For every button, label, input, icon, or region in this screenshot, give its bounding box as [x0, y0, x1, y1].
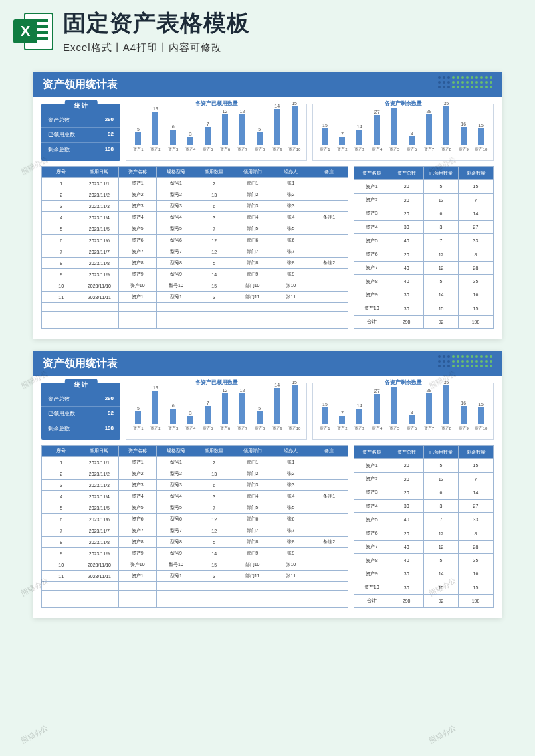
bar: [443, 385, 449, 424]
col-header: 资产名称: [118, 446, 156, 457]
cell: 部门11: [233, 571, 272, 582]
cell: 资产10: [118, 280, 156, 292]
sheet-banner: 资产领用统计表: [33, 72, 502, 97]
stat-value: 92: [108, 410, 114, 417]
bar: [409, 415, 415, 424]
bar-label: 资产1: [133, 147, 143, 153]
cell: 型号1: [156, 571, 195, 582]
chart-remaining: 各资产剩余数量 15资产17资产214资产327资产433资产58资产628资产…: [312, 383, 494, 440]
stat-label: 资产总数: [48, 116, 70, 124]
cell: 27: [459, 500, 494, 513]
cell: [80, 599, 118, 608]
cell: 9: [42, 269, 80, 280]
cell: 张11: [272, 292, 310, 303]
cell: 7: [459, 472, 494, 486]
col-header: 剩余数量: [459, 446, 494, 459]
bar-value: 6: [172, 403, 175, 408]
cell: 资产10: [354, 581, 389, 594]
cell: 资产4: [354, 221, 389, 234]
cell: 2023/11/5: [80, 502, 118, 514]
cell: 6: [42, 235, 80, 246]
cell: 198: [459, 315, 494, 328]
col-header: 备注: [310, 446, 348, 457]
cell: 资产8: [118, 537, 156, 548]
cell: [233, 599, 272, 608]
cell: 型号2: [156, 468, 195, 480]
cell: 2023/11/10: [80, 280, 118, 292]
cell: 部门4: [233, 491, 272, 502]
cell: 198: [459, 594, 494, 607]
bar: [239, 114, 245, 145]
col-header: 资产名称: [354, 446, 389, 459]
cell: [156, 582, 195, 591]
cell: 40: [389, 261, 424, 274]
chart-used: 各资产已领用数量 5资产113资产26资产33资产47资产512资产612资产7…: [126, 383, 307, 440]
cell: 部门11: [233, 292, 272, 303]
cell: 张7: [272, 525, 310, 537]
bar-value: 27: [374, 389, 380, 393]
bar-value: 28: [426, 388, 431, 393]
col-header: 规格型号: [156, 167, 195, 178]
cell: 11: [42, 292, 80, 303]
cell: 33: [459, 234, 494, 248]
cell: 部门5: [233, 223, 272, 235]
cell: 30: [389, 302, 424, 315]
cell: 6: [424, 207, 459, 220]
bar: [322, 407, 328, 424]
bar: [135, 411, 141, 424]
cell: 2023/11/2: [80, 189, 118, 201]
cell: [310, 312, 348, 320]
cell: [156, 591, 195, 599]
cell: 资产4: [354, 500, 389, 513]
cell: 3: [424, 500, 459, 513]
bar: [257, 411, 263, 424]
bar: [152, 391, 158, 424]
cell: 部门7: [233, 525, 272, 537]
col-header: 资产总数: [389, 446, 424, 459]
cell: [42, 303, 80, 312]
bar-label: 资产1: [320, 147, 330, 153]
col-header: 领用部门: [233, 167, 272, 178]
cell: 6: [42, 514, 80, 525]
cell: 2023/11/5: [80, 223, 118, 235]
cell: [80, 303, 118, 312]
cell: 型号7: [156, 525, 195, 537]
cell: 资产9: [118, 548, 156, 559]
cell: [310, 320, 348, 329]
cell: 备注1: [310, 491, 348, 502]
bar-value: 15: [322, 123, 328, 128]
cell: 张8: [272, 537, 310, 548]
cell: 部门6: [233, 235, 272, 246]
cell: 3: [42, 480, 80, 491]
cell: 12: [424, 261, 459, 274]
bar-label: 资产10: [475, 147, 488, 153]
col-header: 序号: [42, 446, 80, 457]
bar: [170, 409, 176, 424]
cell: [310, 571, 348, 582]
bar-value: 8: [411, 131, 413, 136]
cell: 15: [424, 581, 459, 594]
cell: 13: [424, 193, 459, 207]
cell: 型号3: [156, 201, 195, 212]
cell: 30: [389, 221, 424, 234]
cell: [272, 312, 310, 320]
bar-value: 12: [239, 388, 245, 393]
cell: 张3: [272, 480, 310, 491]
cell: 4: [42, 212, 80, 223]
bar-label: 资产9: [459, 147, 469, 153]
col-header: 备注: [310, 167, 348, 178]
bar-label: 资产9: [272, 147, 282, 153]
cell: 资产7: [354, 261, 389, 274]
cell: 1: [42, 457, 80, 468]
bar-label: 资产3: [354, 147, 364, 153]
cell: [310, 303, 348, 312]
cell: [195, 303, 233, 312]
cell: [156, 312, 195, 320]
cell: 2023/11/4: [80, 491, 118, 502]
chart-title: 各资产已领用数量: [190, 379, 243, 386]
stat-label: 剩余总数: [48, 425, 70, 432]
cell: [310, 468, 348, 480]
cell: 12: [424, 248, 459, 261]
cell: 型号1: [156, 292, 195, 303]
cell: [310, 548, 348, 559]
